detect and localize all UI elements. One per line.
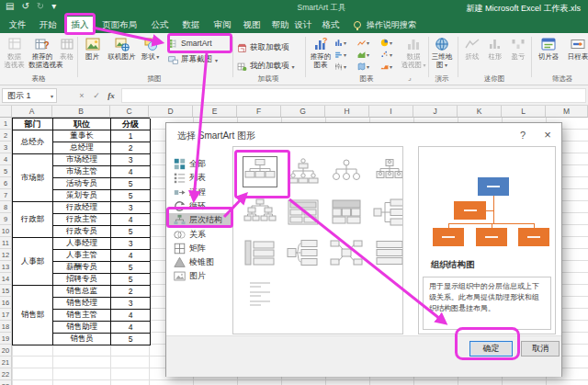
row-header-17[interactable]: 17 [0,309,12,321]
circle-picture-hierarchy-thumbnail[interactable] [372,156,403,187]
table-cell-level[interactable]: 4 [111,166,151,178]
row-header-13[interactable]: 13 [0,261,12,273]
row-header-5[interactable]: 5 [0,165,12,177]
row-header-22[interactable]: 22 [0,368,12,380]
dialog-close-button[interactable]: × [538,127,557,143]
tab-设计[interactable]: 设计 [290,17,316,33]
tab-数据[interactable]: 数据 [176,17,206,33]
horizontal-organization-chart-thumbnail[interactable] [372,197,403,228]
smartart-button[interactable]: SmartArt [168,36,231,51]
table-cell-level[interactable]: 1 [111,130,151,142]
recommended-chart-button[interactable]: ?推荐的图表 [307,35,334,79]
formula-input[interactable] [121,88,586,103]
column-header-I[interactable]: I [369,106,413,118]
table-cell-level[interactable]: 3 [111,202,151,214]
table-cell-dept[interactable]: 人事部 [13,238,53,286]
table-cell-level[interactable]: 4 [111,214,151,226]
row-header-21[interactable]: 21 [0,357,12,368]
tab-格式[interactable]: 格式 [318,17,344,33]
cg-scatter-chart-type-button[interactable]: ▾ [380,51,392,59]
tab-视图[interactable]: 视图 [239,17,265,33]
store-button[interactable]: 获取加载项 [237,40,303,55]
category-全部[interactable]: 全部 [169,157,231,171]
category-循环[interactable]: 循环 [169,199,231,213]
shapes-button[interactable]: 形状 ▾ [139,35,162,79]
column-header-M[interactable]: M [546,106,588,118]
undo-button[interactable]: ↺ [21,1,28,11]
row-header-12[interactable]: 12 [0,249,12,261]
category-关系[interactable]: 关系 [169,228,231,242]
table-cell-level[interactable]: 5 [111,226,151,238]
cg-pie-chart-type-button[interactable]: ▾ [380,39,392,47]
table-cell-position[interactable]: 人事经理 [53,238,111,250]
table-cell-dept[interactable]: 总经办 [13,130,53,154]
picture-button[interactable]: 图片 [80,35,105,79]
table-cell-level[interactable]: 5 [111,334,151,345]
table-cell-position[interactable]: 销售员 [53,334,111,345]
table-cell-dept[interactable]: 销售部 [13,286,53,345]
table-cell-level[interactable]: 5 [111,262,151,274]
enter-entry-icon[interactable]: ✓ [90,88,103,103]
table-cell-position[interactable]: 市场经理 [53,154,111,166]
table-cell-position[interactable]: 薪酬专员 [53,262,111,274]
table-cell-position[interactable]: 董事长 [53,130,111,142]
column-header-C[interactable]: C [110,106,149,118]
row-header-19[interactable]: 19 [0,333,12,345]
row-header-23[interactable]: 23 [0,380,12,385]
spark-line-button[interactable]: 折线 [461,35,483,79]
my-addins-button[interactable]: 我的加载项▾ [237,59,303,74]
row-header-16[interactable]: 16 [0,297,12,309]
name-and-title-organization-chart-thumbnail[interactable] [286,156,321,187]
table-cell-position[interactable]: 市场主管 [53,166,111,178]
table-cell-position[interactable]: 人事主管 [53,250,111,262]
table-cell-level[interactable]: 3 [111,298,151,310]
dialog-launcher-icon[interactable]: ⌟ [408,74,412,82]
row-header-14[interactable]: 14 [0,273,12,285]
horizontal-hierarchy-thumbnail[interactable] [286,237,321,268]
stacked-list-thumbnail[interactable] [372,237,403,268]
tab-公式[interactable]: 公式 [145,17,175,33]
dialog-help-button[interactable]: ? [514,127,532,143]
table-cell-position[interactable]: 策划专员 [53,190,111,202]
column-header-K[interactable]: K [458,106,502,118]
redo-button[interactable]: ↻ [37,1,44,11]
organization-chart-thumbnail[interactable] [243,156,277,187]
timeline-button[interactable]: 日程表 [564,35,588,79]
row-header-1[interactable]: 1 [0,118,12,130]
table-cell-level[interactable]: 4 [111,250,151,262]
spark-col-button[interactable]: 柱形 [484,35,506,79]
table-cell-level[interactable]: 5 [111,274,151,286]
row-header-9[interactable]: 9 [0,213,12,225]
cg-line-chart-type-button[interactable]: ▾ [357,39,369,47]
cg-surface-chart-type-button[interactable]: ▾ [380,62,392,71]
tab-审阅[interactable]: 审阅 [208,17,237,33]
row-header-18[interactable]: 18 [0,321,12,333]
table-cell-position[interactable]: 销售主管 [53,310,111,322]
row-header-2[interactable]: 2 [0,130,12,142]
row-header-7[interactable]: 7 [0,189,12,201]
select-all-corner[interactable] [0,106,12,118]
table-cell-position[interactable]: 销售经理 [53,298,111,310]
slicer-button[interactable]: 切片器 [535,35,562,79]
table-cell-level[interactable]: 3 [111,154,151,166]
cg-map-chart-type-button[interactable]: ▾ [357,62,369,71]
map3d-button[interactable]: 三维地图 ▾ [430,35,454,79]
tab-文件[interactable]: 文件 [2,17,33,33]
pivot-table-button[interactable]: 数据透视表 [2,35,27,79]
half-circle-organization-chart-thumbnail[interactable] [329,156,364,187]
tab-开始[interactable]: 开始 [33,17,62,33]
row-header-20[interactable]: 20 [0,345,12,357]
table-button[interactable]: 表格 [57,35,76,79]
name-box[interactable]: 图示 1▾ [2,88,57,103]
row-header-8[interactable]: 8 [0,201,12,213]
table-hierarchy-thumbnail[interactable] [286,197,321,228]
online-pictures-button[interactable]: 联机图片 [107,35,137,79]
column-header-L[interactable]: L [502,106,546,118]
hierarchy-list-thumbnail[interactable] [243,237,277,268]
row-header-3[interactable]: 3 [0,142,12,153]
cancel-entry-icon[interactable]: × [75,88,88,103]
column-header-A[interactable]: A [12,106,52,118]
text-hierarchy-thumbnail[interactable] [243,277,277,309]
category-列表[interactable]: 列表 [169,171,231,185]
hierarchy-thumbnail[interactable] [243,197,277,228]
